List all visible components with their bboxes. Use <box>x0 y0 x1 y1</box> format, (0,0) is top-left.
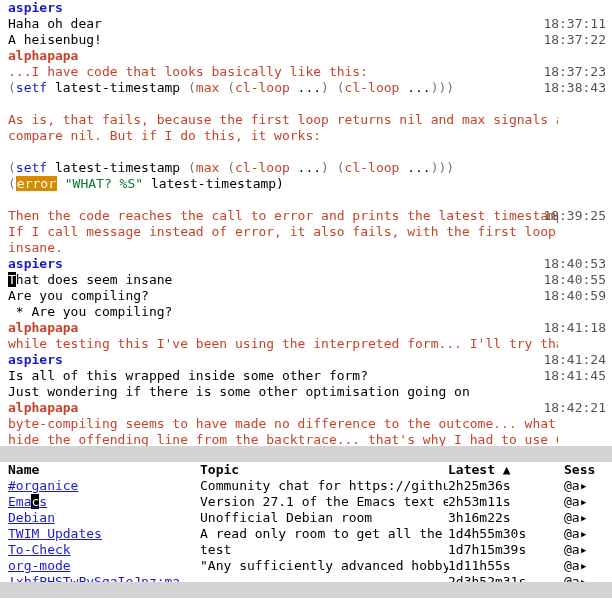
chat-line: Are you compiling? <box>8 288 558 304</box>
modeline-bottom[interactable]: U:%%- *Ement Rooms* 13% L7 (Ement room l… <box>0 582 612 598</box>
rooms-list[interactable]: #organiceCommunity chat for https://gith… <box>0 478 612 582</box>
chat-line: insane. <box>8 240 558 256</box>
chat-line: Then the code reaches the call to error … <box>8 208 558 224</box>
room-row[interactable]: #organiceCommunity chat for https://gith… <box>0 478 612 494</box>
chat-line: alphapapa <box>8 400 558 416</box>
rooms-header[interactable]: Name Topic Latest ▲ Sess <box>0 462 612 478</box>
chat-line: compare nil. But if I do this, it works: <box>8 128 558 144</box>
room-session-cell: @a▸ <box>564 574 612 582</box>
chat-line: Haha oh dear <box>8 16 558 32</box>
error-keyword: error <box>16 176 57 191</box>
room-name-cell[interactable]: !xbfPHSTwPySgaIeJnz:ma... <box>0 574 200 582</box>
room-name-cell[interactable]: #organice <box>0 478 200 494</box>
col-header-sess[interactable]: Sess <box>564 462 612 478</box>
room-session-cell: @a▸ <box>564 494 612 510</box>
text-cursor: c <box>31 494 39 509</box>
timestamp: 18:42:21 <box>542 400 606 416</box>
room-name-cell[interactable]: Emacs <box>0 494 200 510</box>
col-header-name[interactable]: Name <box>0 462 200 478</box>
timestamp <box>542 192 606 208</box>
chat-line: (setf latest-timestamp (max (cl-loop ...… <box>8 160 558 176</box>
rooms-pane: Name Topic Latest ▲ Sess #organiceCommun… <box>0 462 612 582</box>
timestamp <box>542 176 606 192</box>
chat-line: A heisenbug! <box>8 32 558 48</box>
room-topic-cell: Version 27.1 of the Emacs text e... <box>200 494 448 510</box>
modeline-top[interactable]: U:%*- *Ement Room: Emacs* 13% L25 (Ement… <box>0 446 612 462</box>
timestamp: 18:37:23 <box>542 64 606 80</box>
chat-line: Just wondering if there is some other op… <box>8 384 558 400</box>
room-row[interactable]: To-Checktest1d7h15m39s@a▸ <box>0 542 612 558</box>
timestamp: 18:40:55 <box>542 272 606 288</box>
room-latest-cell: 2h53m11s <box>448 494 564 510</box>
room-topic-cell: Community chat for https://githu... <box>200 478 448 494</box>
timestamp: 18:40:53 <box>542 256 606 272</box>
room-session-cell: @a▸ <box>564 478 612 494</box>
room-topic-cell: Unofficial Debian room <box>200 510 448 526</box>
room-session-cell: @a▸ <box>564 526 612 542</box>
timestamp: 18:40:59 <box>542 288 606 304</box>
chat-line: (setf latest-timestamp (max (cl-loop ...… <box>8 80 558 96</box>
timestamp <box>542 304 606 320</box>
room-latest-cell: 3h16m22s <box>448 510 564 526</box>
room-row[interactable]: TWIM UpdatesA read only room to get all … <box>0 526 612 542</box>
text-cursor: T <box>8 272 16 287</box>
room-name-cell[interactable]: To-Check <box>0 542 200 558</box>
timestamp: 18:37:11 <box>542 16 606 32</box>
timestamp <box>542 96 606 112</box>
timestamp-column: 18:37:1118:37:2218:37:2318:38:4318:39:25… <box>542 0 606 416</box>
timestamp <box>542 240 606 256</box>
room-topic-cell: A read only room to get all the ... <box>200 526 448 542</box>
col-header-latest[interactable]: Latest ▲ <box>448 462 564 478</box>
timestamp <box>542 48 606 64</box>
room-name-cell[interactable]: org-mode <box>0 558 200 574</box>
chat-line: alphapapa <box>8 320 558 336</box>
room-latest-cell: 1d7h15m39s <box>448 542 564 558</box>
timestamp <box>542 384 606 400</box>
room-row[interactable]: DebianUnofficial Debian room3h16m22s@a▸ <box>0 510 612 526</box>
nick: aspiers <box>8 0 63 15</box>
timestamp: 18:41:24 <box>542 352 606 368</box>
chat-messages[interactable]: aspiersHaha oh dearA heisenbug!alphapapa… <box>0 0 558 446</box>
timestamp <box>542 112 606 128</box>
room-latest-cell: 1d11h55s <box>448 558 564 574</box>
chat-line: As is, that fails, because the first loo… <box>8 112 558 128</box>
room-latest-cell: 1d4h55m30s <box>448 526 564 542</box>
timestamp: 18:38:43 <box>542 80 606 96</box>
chat-line: aspiers <box>8 0 558 16</box>
nick: aspiers <box>8 352 63 367</box>
room-topic-cell <box>200 574 448 582</box>
chat-line: (error "WHAT? %S" latest-timestamp) <box>8 176 558 192</box>
room-latest-cell: 2h25m36s <box>448 478 564 494</box>
chat-line: If I call message instead of error, it a… <box>8 224 558 240</box>
nick: aspiers <box>8 256 63 271</box>
chat-pane: aspiersHaha oh dearA heisenbug!alphapapa… <box>0 0 612 446</box>
room-name-cell[interactable]: TWIM Updates <box>0 526 200 542</box>
timestamp: 18:41:45 <box>542 368 606 384</box>
room-row[interactable]: org-mode"Any sufficiently advanced hobby… <box>0 558 612 574</box>
timestamp <box>542 128 606 144</box>
timestamp <box>542 0 606 16</box>
nick: alphapapa <box>8 320 78 335</box>
timestamp <box>542 224 606 240</box>
timestamp: 18:37:22 <box>542 32 606 48</box>
col-header-topic[interactable]: Topic <box>200 462 448 478</box>
room-session-cell: @a▸ <box>564 542 612 558</box>
chat-line: Is all of this wrapped inside some other… <box>8 368 558 384</box>
chat-line: hide the offending line from the backtra… <box>8 432 558 446</box>
room-topic-cell: "Any sufficiently advanced hobby... <box>200 558 448 574</box>
room-session-cell: @a▸ <box>564 510 612 526</box>
timestamp <box>542 144 606 160</box>
chat-line: That does seem insane <box>8 272 558 288</box>
chat-line <box>8 96 558 112</box>
nick: alphapapa <box>8 400 78 415</box>
room-latest-cell: 2d3h52m31s <box>448 574 564 582</box>
room-name-cell[interactable]: Debian <box>0 510 200 526</box>
chat-line: while testing this I've been using the i… <box>8 336 558 352</box>
chat-line: * Are you compiling? <box>8 304 558 320</box>
timestamp <box>542 160 606 176</box>
timestamp: 18:41:18 <box>542 320 606 336</box>
room-row[interactable]: !xbfPHSTwPySgaIeJnz:ma...2d3h52m31s@a▸ <box>0 574 612 582</box>
room-row[interactable]: EmacsVersion 27.1 of the Emacs text e...… <box>0 494 612 510</box>
nick: alphapapa <box>8 48 78 63</box>
chat-line: byte-compiling seems to have made no dif… <box>8 416 558 432</box>
